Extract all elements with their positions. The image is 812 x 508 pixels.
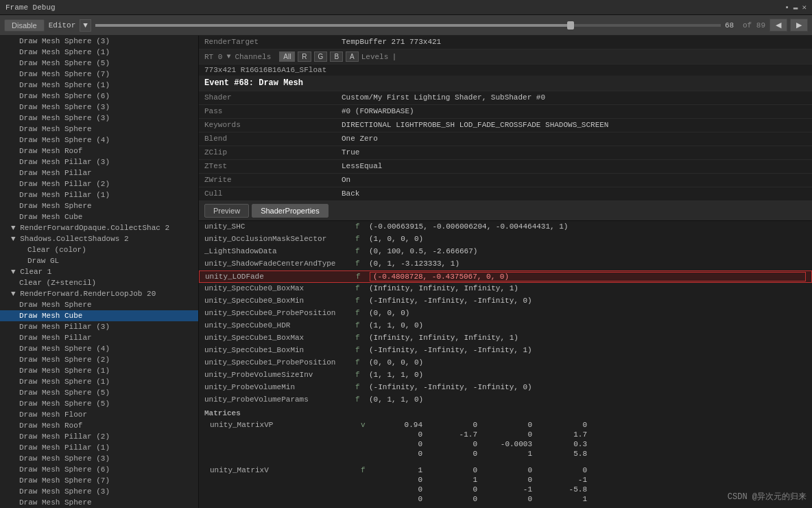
watermark: CSDN @异次元的归来: [728, 491, 807, 503]
prop-name: unity_LODFade: [205, 272, 356, 281]
channel-b-btn[interactable]: B: [330, 51, 343, 62]
tab-preview[interactable]: Preview: [204, 204, 249, 218]
tree-item[interactable]: Draw Mesh Sphere (5): [0, 398, 198, 409]
matrix-name: unity_MatrixV: [210, 466, 361, 474]
tree-item[interactable]: Clear (color): [0, 244, 198, 255]
matrix-type: v: [361, 421, 374, 429]
maximize-icon[interactable]: ▬: [793, 3, 798, 12]
tree-item[interactable]: Draw Mesh Cube: [0, 211, 198, 222]
tab-shader-properties[interactable]: ShaderProperties: [252, 204, 329, 218]
matrix-cell: 5.8: [539, 450, 594, 458]
tree-item[interactable]: Draw Mesh Sphere (1): [0, 365, 198, 376]
matrix-cell: 0: [374, 485, 429, 494]
prop-name: unity_ShadowFadeCenterAndType: [204, 259, 355, 268]
prop-name: unity_SpecCube0_BoxMax: [204, 284, 355, 292]
tree-item[interactable]: ▼ Clear 1: [0, 266, 198, 277]
tree-item[interactable]: Draw Mesh Sphere: [0, 497, 198, 508]
event-slider-container: 68 of 89: [95, 21, 765, 30]
tree-item[interactable]: Draw Mesh Pillar: [0, 332, 198, 343]
prop-value: (1, 1, 0, 0): [369, 321, 807, 330]
tree-item[interactable]: ▼ RenderForward.RenderLoopJob 20: [0, 288, 198, 299]
ztest-label: ZTest: [204, 161, 342, 170]
tree-item[interactable]: Draw Mesh Sphere (3): [0, 36, 198, 47]
tree-item[interactable]: Draw Mesh Sphere (2): [0, 354, 198, 365]
event-slider[interactable]: [95, 24, 721, 27]
tree-item[interactable]: Draw Mesh Sphere (7): [0, 475, 198, 486]
cull-value: Back: [342, 189, 807, 198]
tree-item[interactable]: Draw Mesh Pillar (2): [0, 431, 198, 442]
matrix-cell: 0: [429, 450, 484, 458]
editor-dropdown[interactable]: ▼: [80, 19, 91, 32]
matrix-cell: 0: [429, 421, 484, 429]
tree-item[interactable]: Draw Mesh Roof: [0, 420, 198, 431]
cull-label: Cull: [204, 189, 342, 198]
prop-type: f: [355, 308, 369, 317]
nav-controls: ◀ ▶: [769, 19, 808, 32]
channel-a-btn[interactable]: A: [346, 51, 359, 62]
prop-value: (-Infinity, -Infinity, -Infinity, 1): [369, 345, 807, 354]
blend-label: Blend: [204, 134, 342, 143]
tree-item[interactable]: Draw Mesh Sphere (3): [0, 113, 198, 124]
channel-r-btn[interactable]: R: [298, 51, 311, 62]
render-target-value: TempBuffer 271 773x421: [342, 37, 807, 46]
tree-item[interactable]: Draw Mesh Sphere (6): [0, 91, 198, 102]
tree-item[interactable]: Draw Mesh Sphere (4): [0, 343, 198, 354]
prop-row: unity_ProbeVolumeMinf(-Infinity, -Infini…: [199, 382, 812, 394]
tree-item[interactable]: Draw Mesh Sphere (6): [0, 464, 198, 475]
prop-name: unity_ProbeVolumeSizeInv: [204, 370, 355, 379]
tree-item[interactable]: Draw Mesh Pillar (1): [0, 442, 198, 453]
tree-item[interactable]: ▼ RenderForwardOpaque.CollectShac 2: [0, 222, 198, 233]
tree-item[interactable]: Draw Mesh Pillar: [0, 168, 198, 178]
levels-bar: [394, 54, 395, 60]
matrix-cell: 0: [374, 495, 429, 503]
matrix-row: 00-0.00030.3: [204, 439, 807, 449]
next-button[interactable]: ▶: [790, 19, 808, 32]
matrix-cell: 0: [374, 440, 429, 448]
tree-item[interactable]: Draw Mesh Cube: [0, 310, 198, 321]
blend-row: Blend One Zero: [199, 132, 812, 146]
tree-item[interactable]: Clear (Z+stencil): [0, 277, 198, 288]
tree-item[interactable]: Draw Mesh Sphere: [0, 299, 198, 310]
tree-item[interactable]: Draw Mesh Pillar (2): [0, 178, 198, 189]
matrix-cell: -5.8: [539, 485, 594, 494]
tree-item[interactable]: Draw Mesh Sphere (5): [0, 387, 198, 398]
tree-item[interactable]: ▼ Shadows.CollectShadows 2: [0, 233, 198, 244]
close-icon[interactable]: ✕: [802, 3, 807, 12]
keywords-value: DIRECTIONAL LIGHTPROBE_SH LOD_FADE_CROSS…: [342, 120, 807, 129]
tree-item[interactable]: Draw Mesh Floor: [0, 409, 198, 420]
zclip-label: ZClip: [204, 148, 342, 157]
matrix-cell: 0: [374, 450, 429, 458]
tree-item[interactable]: Draw Mesh Sphere (3): [0, 102, 198, 113]
disable-button[interactable]: Disable: [4, 19, 45, 32]
tree-item[interactable]: Draw Mesh Sphere (3): [0, 486, 198, 497]
matrix-cell: 1: [484, 450, 539, 458]
tree-item[interactable]: Draw Mesh Sphere: [0, 200, 198, 211]
matrix-cell: 1: [539, 495, 594, 503]
minimize-icon[interactable]: ▪: [785, 3, 789, 12]
channel-g-btn[interactable]: G: [314, 51, 328, 62]
channel-buttons: All R G B A Levels: [279, 51, 395, 62]
rt-dropdown-icon[interactable]: ▼: [226, 53, 230, 60]
tree-item[interactable]: Draw Mesh Sphere (1): [0, 376, 198, 387]
matrix-cell: 1: [429, 476, 484, 484]
tree-item[interactable]: Draw Mesh Roof: [0, 146, 198, 157]
tree-item[interactable]: Draw Mesh Sphere (4): [0, 135, 198, 146]
channel-all-btn[interactable]: All: [279, 51, 295, 62]
tree-item[interactable]: Draw Mesh Sphere (1): [0, 80, 198, 91]
matrix-cell: 0: [484, 421, 539, 429]
tree-item[interactable]: Draw Mesh Pillar (1): [0, 189, 198, 200]
prop-name: _LightShadowData: [204, 246, 355, 255]
tree-item[interactable]: Draw Mesh Sphere (7): [0, 69, 198, 80]
tree-item[interactable]: Draw GL: [0, 255, 198, 266]
prop-row: unity_SpecCube1_ProbePositionf(0, 0, 0, …: [199, 357, 812, 369]
prop-value: (0, 1, 1, 0): [369, 395, 807, 404]
tree-item[interactable]: Draw Mesh Sphere (3): [0, 453, 198, 464]
prop-row: unity_SpecCube1_BoxMaxf(Infinity, Infini…: [199, 332, 812, 345]
tree-item[interactable]: Draw Mesh Sphere: [0, 124, 198, 135]
tree-item[interactable]: Draw Mesh Pillar (3): [0, 321, 198, 332]
tree-item[interactable]: Draw Mesh Sphere (5): [0, 58, 198, 69]
tree-item[interactable]: Draw Mesh Pillar (3): [0, 157, 198, 168]
prev-button[interactable]: ◀: [769, 19, 787, 32]
tree-item[interactable]: Draw Mesh Sphere (1): [0, 47, 198, 58]
prop-type: f: [355, 234, 369, 243]
